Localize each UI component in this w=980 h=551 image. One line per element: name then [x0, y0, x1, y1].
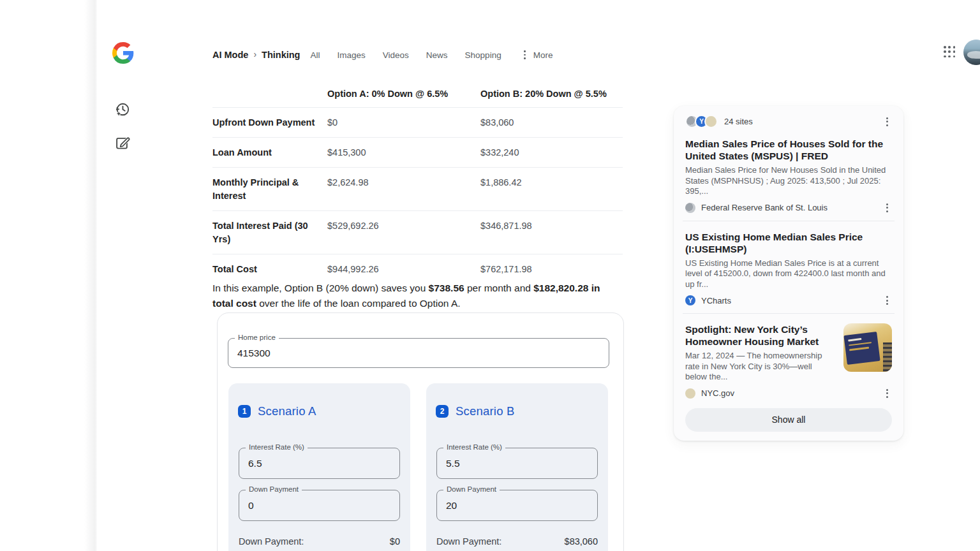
- table-row: Total Cost $944,992.26 $762,171.98: [212, 254, 623, 284]
- row-value-a: $0: [327, 108, 480, 137]
- summary-text: In this example, Option B (20% down) sav…: [212, 283, 429, 293]
- more-label: More: [533, 50, 553, 60]
- source-card-title[interactable]: US Existing Home Median Sales Price (I:U…: [685, 231, 892, 255]
- tab-videos[interactable]: Videos: [383, 50, 409, 60]
- source-row: Federal Reserve Bank of St. Louis: [685, 203, 892, 213]
- breadcrumb-ai-mode[interactable]: AI Mode: [212, 50, 248, 60]
- google-logo[interactable]: [112, 42, 134, 64]
- row-value-b: $83,060: [480, 108, 623, 137]
- source-name[interactable]: Federal Reserve Bank of St. Louis: [701, 203, 828, 212]
- interest-rate-label: Interest Rate (%): [443, 443, 505, 451]
- google-g-icon: [112, 42, 134, 64]
- source-row: Y YCharts: [685, 295, 892, 305]
- scenario-b-result-value: $83,060: [565, 536, 598, 547]
- divider: [683, 221, 895, 221]
- tab-news[interactable]: News: [426, 50, 448, 60]
- surface-edge-shadow: [84, 0, 97, 551]
- row-value-b: $346,871.98: [480, 211, 623, 240]
- compose-icon[interactable]: [114, 134, 131, 152]
- scenario-b-card: 2 Scenario B Interest Rate (%) Down Paym…: [426, 383, 608, 551]
- row-label: Upfront Down Payment: [212, 108, 327, 137]
- fred-favicon: [685, 203, 695, 213]
- breadcrumb-thinking[interactable]: Thinking: [262, 50, 300, 60]
- row-value-a: $944,992.26: [327, 254, 480, 284]
- sites-panel-header: Y 24 sites: [685, 115, 892, 128]
- source-name[interactable]: NYC.gov: [701, 388, 734, 398]
- scenario-b-interest-rate-input[interactable]: [437, 448, 597, 478]
- interest-rate-label: Interest Rate (%): [246, 443, 308, 451]
- source-card-with-thumbnail: Spotlight: New York City’s Homeowner Hou…: [685, 314, 892, 383]
- nycgov-favicon: [704, 115, 718, 128]
- scenario-b-down-payment-field[interactable]: Down Payment: [436, 490, 598, 521]
- source-kebab-menu-icon[interactable]: [882, 203, 892, 212]
- source-row: NYC.gov: [685, 388, 892, 399]
- comparison-table: Option A: 0% Down @ 6.5% Option B: 20% D…: [212, 82, 623, 284]
- row-value-a: $529,692.26: [327, 211, 480, 240]
- scenario-number-badge: 2: [436, 405, 449, 418]
- row-value-b: $762,171.98: [480, 254, 623, 284]
- sites-count: 24 sites: [724, 117, 753, 126]
- history-icon[interactable]: [114, 101, 131, 119]
- down-payment-label: Down Payment: [443, 485, 500, 493]
- row-value-b: $332,240: [480, 138, 623, 167]
- table-header-option-b: Option B: 20% Down @ 5.5%: [480, 87, 623, 101]
- row-value-b: $1,886.42: [480, 168, 623, 197]
- scenario-b-header: 2 Scenario B: [436, 404, 515, 418]
- table-row: Loan Amount $415,300 $332,240: [212, 138, 623, 168]
- scenario-b-result-row: Down Payment: $83,060: [436, 536, 598, 547]
- summary-monthly-savings: $738.56: [429, 283, 464, 293]
- row-label: Monthly Principal & Interest: [212, 168, 327, 210]
- left-rail: [97, 0, 148, 551]
- row-label: Loan Amount: [212, 138, 327, 167]
- source-name[interactable]: YCharts: [701, 296, 731, 305]
- tab-all[interactable]: All: [310, 50, 320, 60]
- scenario-a-interest-rate-field[interactable]: Interest Rate (%): [239, 448, 400, 479]
- scenario-a-result-value: $0: [390, 536, 400, 547]
- scenario-number-badge: 1: [238, 405, 251, 418]
- source-kebab-menu-icon[interactable]: [882, 389, 892, 398]
- tab-shopping[interactable]: Shopping: [465, 50, 501, 60]
- ycharts-favicon: Y: [685, 295, 695, 305]
- home-price-label: Home price: [235, 334, 279, 341]
- scenario-a-interest-rate-input[interactable]: [239, 448, 399, 478]
- row-value-a: $415,300: [327, 138, 480, 167]
- breadcrumb: AI Mode › Thinking: [212, 50, 300, 60]
- home-price-field[interactable]: Home price: [228, 338, 609, 368]
- source-card-description: Median Sales Price for New Houses Sold i…: [685, 165, 892, 197]
- table-header-row: Option A: 0% Down @ 6.5% Option B: 20% D…: [212, 82, 623, 108]
- scenario-a-down-payment-input[interactable]: [239, 490, 399, 520]
- source-card-description: Mar 12, 2024 — The homeownership rate in…: [685, 351, 836, 383]
- table-row: Upfront Down Payment $0 $83,060: [212, 108, 623, 138]
- avatar[interactable]: [963, 40, 980, 65]
- tab-images[interactable]: Images: [338, 50, 366, 60]
- home-price-input[interactable]: [228, 339, 609, 367]
- mortgage-calculator-widget: Home price 1 Scenario A Interest Rate (%…: [217, 312, 624, 551]
- site-favicons: Y: [685, 115, 718, 128]
- chevron-right-icon: ›: [253, 49, 256, 59]
- scenario-a-down-payment-field[interactable]: Down Payment: [239, 490, 400, 521]
- top-navigation: AI Mode › Thinking All Images Videos New…: [212, 50, 553, 60]
- more-menu[interactable]: More: [520, 50, 553, 60]
- source-card-description: US Existing Home Median Sales Price is a…: [685, 258, 892, 290]
- scenario-b-interest-rate-field[interactable]: Interest Rate (%): [436, 448, 598, 479]
- source-card-title[interactable]: Spotlight: New York City’s Homeowner Hou…: [685, 323, 836, 348]
- scenario-a-title: Scenario A: [258, 404, 316, 418]
- row-label: Total Interest Paid (30 Yrs): [212, 211, 327, 254]
- source-kebab-menu-icon[interactable]: [882, 296, 892, 305]
- result-label: Down Payment:: [436, 536, 501, 547]
- kebab-menu-icon: [520, 50, 530, 59]
- row-value-a: $2,624.98: [327, 168, 480, 197]
- row-label: Total Cost: [212, 254, 327, 284]
- summary-text: over the life of the loan compared to Op…: [256, 298, 461, 309]
- sites-panel: Y 24 sites Median Sales Price of Houses …: [674, 106, 903, 441]
- panel-kebab-menu-icon[interactable]: [882, 117, 892, 126]
- scenario-b-down-payment-input[interactable]: [437, 490, 597, 520]
- apps-grid-icon[interactable]: [944, 46, 956, 58]
- scenario-a-header: 1 Scenario A: [238, 404, 316, 418]
- result-label: Down Payment:: [239, 536, 304, 547]
- table-row: Monthly Principal & Interest $2,624.98 $…: [212, 168, 623, 211]
- show-all-button[interactable]: Show all: [685, 408, 892, 432]
- summary-paragraph: In this example, Option B (20% down) sav…: [212, 281, 617, 312]
- source-card-title[interactable]: Median Sales Price of Houses Sold for th…: [685, 138, 892, 162]
- article-thumbnail[interactable]: [843, 323, 892, 372]
